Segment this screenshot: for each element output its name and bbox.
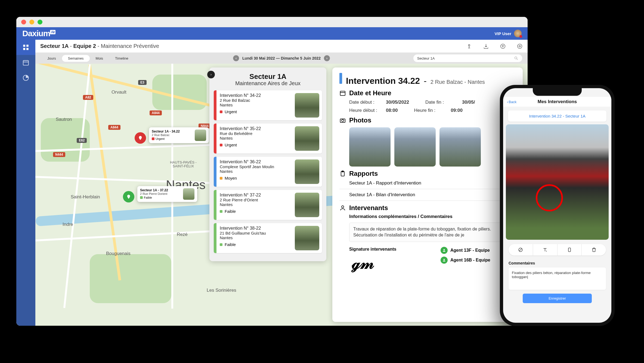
intervention-address: 2 Rue Pierre d'Orient — [220, 198, 289, 202]
delete-tool-icon[interactable] — [582, 244, 606, 256]
intervention-status: Faible — [225, 242, 236, 247]
label-date-fin: Date fin : — [425, 100, 457, 105]
tab-weeks[interactable]: Semaines — [62, 55, 90, 62]
intervention-status: Faible — [225, 209, 236, 214]
download-icon[interactable] — [483, 43, 489, 49]
photo-toolbar — [509, 244, 606, 256]
intervention-card[interactable]: Intervention N° 34-22 2 Rue Bd Balzac Na… — [214, 90, 322, 120]
comment-text: Travaux de réparation de la plate-forme … — [349, 223, 516, 242]
rapport-row[interactable]: Secteur 1A - Rapport d'Intervention — [339, 177, 516, 189]
minimize-icon[interactable] — [29, 20, 34, 24]
intervention-card[interactable]: Intervention N° 36-22 Complexe Sportif J… — [214, 157, 322, 187]
intervention-status: Urgent — [225, 109, 237, 114]
map-callout[interactable]: Secteur 1A - 34.22 2 Rue Balzac Urgent — [149, 127, 209, 143]
draw-tool-icon[interactable] — [509, 244, 533, 256]
date-range-label: Lundi 30 Mai 2022 — Dimanche 5 Juin 2022 — [242, 56, 321, 60]
avatar[interactable] — [514, 30, 522, 37]
road-shield: E3 — [138, 80, 147, 85]
prev-week-button[interactable]: ‹ — [233, 55, 239, 61]
accent-bar-icon — [339, 73, 342, 84]
map[interactable]: Nantes Orvault Sautron Saint-Herblain In… — [35, 64, 528, 326]
breadcrumb-bar: Secteur 1A - Equipe 2 - Maintenance Prév… — [35, 40, 528, 53]
phone-photo[interactable] — [506, 124, 609, 240]
map-label-town: Bouguenais — [106, 251, 131, 256]
photo-thumbnail[interactable] — [349, 127, 391, 167]
filter-icon[interactable] — [500, 43, 506, 49]
intervention-city: Nantes — [220, 136, 289, 140]
thumbnail-icon — [295, 126, 319, 151]
map-pin-urgent[interactable] — [135, 132, 146, 144]
intervention-card[interactable]: Intervention N° 35-22 Rue du Belvédère N… — [214, 124, 322, 153]
intervention-card[interactable]: Intervention N° 38-22 21 Bd Guillaume Gu… — [214, 223, 322, 253]
annotation-circle-icon — [536, 184, 563, 211]
collapse-button[interactable]: › — [207, 71, 215, 78]
intervention-card[interactable]: Intervention N° 37-22 2 Rue Pierre d'Ori… — [214, 190, 322, 220]
nav-calendar-icon[interactable] — [16, 55, 35, 70]
road-shield: A844 — [150, 110, 162, 115]
svg-rect-4 — [23, 60, 29, 65]
svg-point-22 — [444, 259, 445, 260]
rapport-row[interactable]: Secteur 1A - Bilan d'Intervention — [339, 189, 516, 201]
search-input[interactable]: Secteur 1A — [413, 54, 522, 62]
intervention-chip[interactable]: Intervention 34.22 - Secteur 1A — [508, 110, 606, 122]
svg-point-11 — [515, 57, 517, 59]
svg-point-21 — [444, 249, 445, 250]
text-tool-icon[interactable] — [533, 244, 558, 256]
map-callout[interactable]: Secteur 1A - 37.22 2 Rue Pierre Dorient … — [137, 186, 197, 202]
thumbnail-icon — [295, 226, 319, 250]
svg-rect-0 — [23, 45, 25, 47]
sector-title: Secteur 1A — [214, 72, 322, 81]
callout-status: Urgent — [156, 137, 165, 140]
next-week-button[interactable]: › — [324, 55, 330, 61]
photo-thumbnail[interactable] — [394, 127, 436, 167]
callout-addr: 2 Rue Pierre Dorient — [140, 192, 181, 195]
maximize-icon[interactable] — [38, 20, 42, 24]
callout-title: Secteur 1A - 37.22 — [140, 188, 181, 192]
svg-point-15 — [342, 119, 344, 122]
back-button[interactable]: ‹ Back — [507, 100, 516, 104]
map-label-town: Les Sorinières — [207, 288, 236, 293]
label-heure-fin: Heure fin : — [414, 108, 445, 113]
note-tool-icon[interactable] — [558, 244, 582, 256]
pin-icon[interactable] — [466, 43, 472, 49]
nav-chart-icon[interactable] — [16, 70, 35, 85]
close-icon[interactable] — [21, 20, 26, 24]
nav-grid-icon[interactable] — [16, 40, 35, 55]
toolbar-icons — [466, 43, 523, 49]
detail-address: 2 Rue Balzac - Nantes — [431, 79, 485, 85]
save-button[interactable]: Enregistrer — [523, 294, 592, 303]
priority-bar-icon — [214, 223, 216, 253]
intervention-city: Nantes — [220, 235, 289, 240]
thumbnail-icon — [295, 193, 319, 217]
phone-comments-input[interactable]: Fixation des piliers béton, réparation p… — [509, 267, 606, 290]
photo-thumbnail[interactable] — [439, 127, 481, 167]
brand-name: Daxium — [22, 29, 50, 38]
tab-days[interactable]: Jours — [41, 55, 62, 62]
priority-bar-icon — [214, 124, 216, 153]
value-heure-fin: 09:00 — [451, 108, 462, 113]
map-label-town: Rezé — [177, 232, 188, 237]
road-shield: N444 — [53, 152, 65, 157]
tab-months[interactable]: Mois — [90, 55, 109, 62]
road-shield: A844 — [108, 125, 120, 130]
svg-rect-24 — [568, 248, 571, 251]
intervention-number: Intervention N° 35-22 — [220, 126, 289, 131]
value-date-fin: 30/05/ — [462, 100, 475, 105]
phone-screen: ‹ Back Mes Interventions Intervention 34… — [503, 88, 611, 323]
intervention-address: 21 Bd Guillaume Guis'tau — [220, 231, 289, 235]
tab-timeline[interactable]: Timeline — [109, 55, 134, 62]
map-pin-low[interactable] — [123, 191, 134, 202]
person-icon — [339, 205, 346, 211]
callout-status: Faible — [144, 196, 152, 199]
app-topbar: DaxiumAir VIP User — [16, 27, 528, 40]
intervention-city: Nantes — [220, 103, 289, 107]
signature-title: Signature intervenants — [349, 247, 424, 252]
status-dot-icon — [140, 196, 143, 199]
gear-icon[interactable] — [517, 43, 523, 49]
phone-comments-label: Commentaires — [509, 261, 606, 265]
status-dot-icon — [220, 243, 222, 246]
phone-notch — [533, 88, 582, 96]
calendar-icon — [339, 90, 346, 96]
user-menu[interactable]: VIP User — [495, 30, 522, 37]
signature-icon: ℊ𝓂 — [349, 254, 424, 272]
